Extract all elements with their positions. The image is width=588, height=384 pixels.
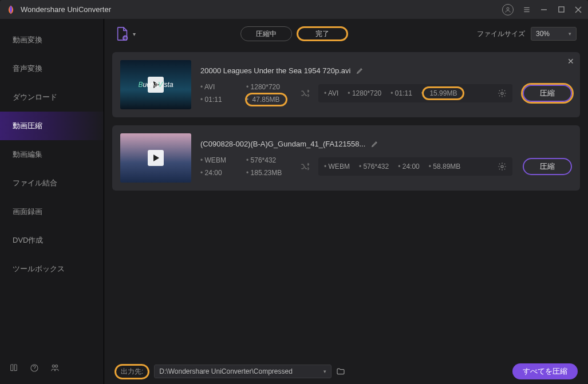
target-resolution: 1280*720	[348, 89, 381, 97]
play-icon	[148, 150, 164, 166]
maximize-button[interactable]	[557, 6, 565, 14]
rename-icon[interactable]	[356, 66, 364, 74]
target-format: WEBM	[324, 163, 350, 171]
output-path-select[interactable]: D:\Wondershare UniConverter\Compressed ▾	[154, 365, 332, 378]
sidebar-menu: 動画変換 音声変換 ダウンロード 動画圧縮 動画編集 ファイル結合 画面録画 D…	[0, 19, 104, 355]
sidebar-item-video-edit[interactable]: 動画編集	[0, 140, 104, 169]
source-meta: WEBM 576*432 24:00 185.23MB	[200, 156, 292, 177]
source-duration: 01:11	[200, 96, 246, 104]
menu-icon[interactable]	[523, 6, 531, 14]
target-size: 58.89MB	[429, 163, 461, 171]
sidebar-item-video-convert[interactable]: 動画変換	[0, 26, 104, 54]
convert-arrow-icon	[300, 161, 310, 172]
svg-point-13	[501, 165, 503, 168]
app-window: Wondershare UniConverter 動画変換 音声変換 ダウンロー…	[0, 0, 588, 384]
source-format: WEBM	[200, 156, 246, 164]
target-size: 15.99MB	[421, 89, 465, 97]
sidebar-item-download[interactable]: ダウンロード	[0, 83, 104, 112]
file-name: 20000 Leagues Under the Sea 1954 720p.av…	[200, 66, 350, 75]
target-meta: WEBM 576*432 24:00 58.89MB	[318, 157, 512, 176]
svg-point-9	[52, 365, 54, 367]
file-card: ✕ BuenaVista 20000 Leagues Under the Sea…	[112, 52, 580, 117]
sidebar-item-screen-record[interactable]: 画面録画	[0, 197, 104, 226]
tutorial-icon[interactable]	[9, 363, 18, 373]
file-list: ✕ BuenaVista 20000 Leagues Under the Sea…	[104, 49, 588, 359]
svg-point-0	[507, 7, 509, 10]
help-icon[interactable]	[30, 363, 39, 373]
chevron-down-icon: ▾	[323, 369, 326, 374]
source-format: AVI	[200, 83, 246, 91]
video-thumbnail[interactable]: BuenaVista	[120, 60, 191, 109]
source-duration: 24:00	[200, 169, 246, 177]
sidebar-item-toolbox[interactable]: ツールボックス	[0, 255, 104, 283]
svg-point-12	[501, 92, 503, 94]
app-logo-icon	[6, 5, 16, 15]
rename-icon[interactable]	[371, 140, 379, 148]
main-panel: ▾ 圧縮中 完了 ファイルサイズ 30% ▾ ✕ BuenaVista	[104, 19, 588, 384]
output-label: 出力先:	[115, 364, 149, 379]
target-format: AVI	[324, 89, 338, 97]
source-resolution: 576*432	[246, 156, 292, 164]
add-file-icon[interactable]	[116, 26, 129, 41]
compress-button[interactable]: 圧縮	[523, 85, 572, 102]
add-file-dropdown-icon[interactable]: ▾	[133, 31, 136, 37]
svg-rect-5	[558, 7, 563, 12]
settings-icon[interactable]	[498, 89, 507, 98]
source-size: 47.85MB	[246, 96, 292, 104]
compress-button[interactable]: 圧縮	[523, 158, 572, 175]
settings-icon[interactable]	[498, 162, 507, 171]
minimize-button[interactable]	[540, 6, 548, 14]
source-meta: AVI 1280*720 01:11 47.85MB	[200, 83, 292, 104]
chevron-down-icon: ▾	[569, 31, 571, 37]
feedback-icon[interactable]	[50, 363, 60, 373]
remove-file-button[interactable]: ✕	[567, 57, 574, 66]
app-title: Wondershare UniConverter	[21, 5, 502, 14]
toolbar: ▾ 圧縮中 完了 ファイルサイズ 30% ▾	[104, 19, 588, 49]
sidebar-item-file-merge[interactable]: ファイル結合	[0, 169, 104, 197]
filesize-label: ファイルサイズ	[477, 29, 525, 39]
file-name: (C090828-002)(B-A)G_Gundam_41_(FA121558.…	[200, 140, 365, 148]
target-duration: 01:11	[390, 89, 412, 97]
sidebar-item-audio-convert[interactable]: 音声変換	[0, 54, 104, 83]
file-card: (C090828-002)(B-A)G_Gundam_41_(FA121558.…	[112, 125, 580, 191]
video-thumbnail[interactable]	[120, 133, 191, 183]
compress-all-button[interactable]: すべてを圧縮	[512, 363, 578, 379]
sidebar-item-dvd-create[interactable]: DVD作成	[0, 226, 104, 255]
output-path-value: D:\Wondershare UniConverter\Compressed	[159, 367, 293, 375]
target-resolution: 576*432	[359, 163, 389, 171]
target-meta: AVI 1280*720 01:11 15.99MB	[318, 84, 512, 102]
account-icon[interactable]	[502, 4, 514, 15]
svg-point-10	[56, 365, 58, 367]
sidebar: 動画変換 音声変換 ダウンロード 動画圧縮 動画編集 ファイル結合 画面録画 D…	[0, 19, 104, 384]
source-resolution: 1280*720	[246, 83, 292, 91]
filesize-value: 30%	[536, 30, 550, 38]
footer: 出力先: D:\Wondershare UniConverter\Compres…	[104, 359, 588, 384]
target-duration: 24:00	[398, 163, 420, 171]
close-button[interactable]	[574, 6, 582, 14]
open-folder-icon[interactable]	[336, 367, 345, 376]
tab-compressing[interactable]: 圧縮中	[240, 26, 292, 41]
sidebar-item-video-compress[interactable]: 動画圧縮	[0, 112, 104, 140]
filesize-select[interactable]: 30% ▾	[531, 27, 577, 41]
tab-done[interactable]: 完了	[297, 26, 348, 41]
titlebar: Wondershare UniConverter	[0, 0, 588, 19]
convert-arrow-icon	[300, 88, 310, 98]
source-size: 185.23MB	[246, 169, 292, 177]
